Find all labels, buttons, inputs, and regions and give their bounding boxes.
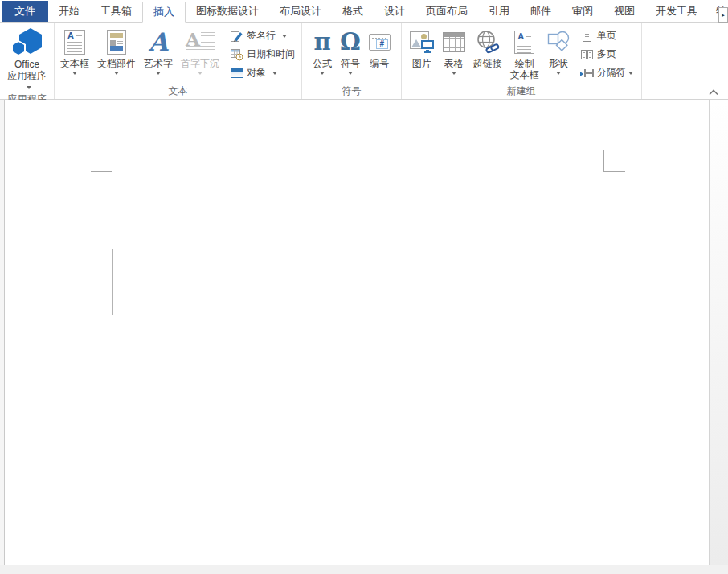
equation-pi-icon: π (313, 26, 330, 58)
more-tabs-arrow-icon[interactable]: ▸ (718, 7, 728, 23)
draw-textbox-label-line1: 绘制 (515, 58, 534, 69)
equation-button[interactable]: π 公式 (309, 23, 336, 75)
dropdown-arrow-icon (556, 72, 561, 75)
document-area (0, 100, 728, 574)
ribbon-tab-bar: 文件 开始 工具箱 插入 图标数据设计 布局设计 格式 设计 页面布局 引用 邮… (0, 0, 728, 23)
tab-view[interactable]: 视图 (603, 1, 645, 22)
tab-home[interactable]: 开始 (48, 1, 90, 22)
ribbon: Office 应用程序 应用程序 A 文本框 (0, 23, 728, 100)
margin-crop-mark-right (603, 150, 604, 172)
tab-review[interactable]: 审阅 (562, 1, 603, 22)
margin-crop-mark-right (603, 171, 625, 172)
page-break-icon (580, 67, 595, 80)
quick-parts-button[interactable]: 文档部件 (93, 23, 140, 75)
hyperlink-button[interactable]: 超链接 (469, 23, 506, 69)
draw-textbox-icon: A (514, 26, 534, 58)
group-label-text: 文本 (56, 84, 300, 99)
collapse-ribbon-icon[interactable] (708, 88, 719, 96)
text-group-small-buttons: 签名行 (223, 23, 300, 84)
equation-label: 公式 (313, 58, 332, 69)
dropdown-arrow-icon (156, 72, 161, 75)
dropdown-arrow-icon (114, 72, 119, 75)
tab-mailings[interactable]: 邮件 (520, 1, 562, 22)
textbox-button[interactable]: A 文本框 (56, 23, 93, 75)
signature-line-icon (230, 30, 244, 43)
office-apps-label-line1: Office (14, 59, 39, 70)
tab-page-layout[interactable]: 页面布局 (415, 1, 478, 22)
tab-insert[interactable]: 插入 (142, 2, 186, 23)
multi-page-button[interactable]: 多页 (580, 47, 633, 61)
one-page-label: 单页 (597, 29, 616, 43)
tab-chart-data-design[interactable]: 图标数据设计 (186, 1, 269, 22)
wordart-icon: A (149, 26, 168, 58)
shapes-label: 形状 (549, 58, 568, 69)
office-apps-label-line2: 应用程序 (6, 70, 48, 92)
hyperlink-icon (476, 26, 500, 58)
one-page-icon (580, 30, 595, 43)
hyperlink-label: 超链接 (473, 58, 502, 69)
one-page-button[interactable]: 单页 (580, 29, 633, 43)
new-group-small-buttons: 单页 多页 分隔符 (574, 23, 638, 84)
shapes-icon (547, 26, 570, 58)
wordart-button[interactable]: A 艺术字 (140, 23, 177, 75)
dropcap-icon: A (186, 26, 215, 58)
number-icon: # (369, 26, 391, 58)
tab-toolbox[interactable]: 工具箱 (90, 1, 142, 22)
wordart-label: 艺术字 (144, 58, 173, 69)
multi-page-label: 多页 (597, 47, 616, 61)
dropdown-arrow-icon (628, 72, 633, 75)
dropdown-arrow-icon (198, 72, 202, 75)
tab-references[interactable]: 引用 (478, 1, 520, 22)
dropdown-arrow-icon (348, 72, 353, 75)
number-label: 编号 (370, 58, 389, 69)
shapes-button[interactable]: 形状 (543, 23, 574, 75)
office-apps-button[interactable]: Office 应用程序 (2, 23, 52, 92)
tab-design[interactable]: 设计 (374, 1, 415, 22)
draw-textbox-label-line2: 文本框 (510, 69, 539, 80)
dropdown-arrow-icon (27, 86, 31, 89)
object-button[interactable]: 对象 (230, 66, 295, 80)
date-time-icon (230, 48, 244, 61)
symbol-button[interactable]: Ω 符号 (336, 23, 365, 75)
textbox-icon: A (64, 26, 85, 58)
office-apps-icon (10, 27, 44, 59)
object-icon (230, 67, 244, 80)
tab-developer[interactable]: 开发工具 (645, 1, 708, 22)
dropdown-arrow-icon (272, 72, 277, 75)
group-label-symbols: 符号 (309, 84, 395, 99)
picture-button[interactable]: 图片 (405, 23, 439, 69)
signature-line-label: 签名行 (247, 29, 276, 43)
vertical-scrollbar[interactable] (709, 100, 728, 565)
tab-format[interactable]: 格式 (332, 1, 374, 22)
ribbon-empty-space (642, 23, 728, 99)
document-left-gutter (0, 100, 5, 565)
quick-parts-label: 文档部件 (97, 58, 136, 69)
text-cursor (112, 249, 113, 315)
date-time-label: 日期和时间 (247, 47, 295, 61)
margin-crop-mark-left (91, 171, 112, 172)
symbol-label: 符号 (341, 58, 360, 69)
object-label: 对象 (247, 66, 266, 80)
dropdown-arrow-icon (452, 72, 456, 75)
tab-layout-design[interactable]: 布局设计 (269, 1, 332, 22)
tab-file[interactable]: 文件 (2, 1, 48, 22)
group-new: 图片 表格 (402, 23, 642, 99)
number-button[interactable]: # 编号 (365, 23, 395, 69)
table-button[interactable]: 表格 (439, 23, 469, 75)
dropcap-label: 首字下沉 (181, 58, 219, 69)
textbox-label: 文本框 (60, 58, 89, 69)
picture-label: 图片 (412, 58, 431, 69)
multi-page-icon (580, 48, 595, 61)
dropdown-arrow-icon (320, 72, 325, 75)
margin-crop-mark-left (112, 150, 112, 172)
dropcap-button[interactable]: A 首字下沉 (177, 23, 223, 75)
group-text: A 文本框 文档部件 A 艺术字 (55, 23, 302, 99)
date-time-button[interactable]: 日期和时间 (230, 47, 295, 61)
quick-parts-icon (107, 26, 126, 58)
draw-textbox-button[interactable]: A 绘制 文本框 (506, 23, 543, 80)
signature-line-button[interactable]: 签名行 (230, 29, 295, 43)
document-bottom-strip (0, 565, 728, 574)
group-symbols: π 公式 Ω 符号 # 编号 符号 (302, 23, 402, 99)
breaks-button[interactable]: 分隔符 (580, 66, 633, 80)
table-label: 表格 (444, 58, 464, 69)
